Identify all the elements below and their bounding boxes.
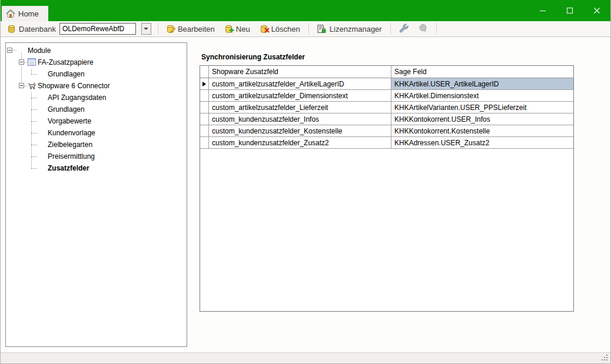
home-icon (6, 9, 15, 18)
toolbar: Datenbank Bearbeiten (1, 21, 610, 37)
tree-item-module[interactable]: Module (6, 45, 187, 56)
datenbank-group: Datenbank (5, 22, 154, 35)
row-selector[interactable] (200, 78, 209, 89)
database-edit-icon (167, 25, 174, 34)
module-tree: Module FA-Zusatzpapiere (6, 43, 187, 346)
toolbar-separator (390, 23, 391, 35)
globe-disabled-icon (419, 24, 428, 35)
shopping-cart-icon (28, 82, 36, 92)
bearbeiten-button[interactable]: Bearbeiten (162, 22, 219, 35)
window-controls (529, 0, 610, 21)
cell-sage[interactable]: KHKKontokorrent.Kostenstelle (391, 125, 573, 136)
tree-item-label: Zielbelegarten (48, 141, 92, 149)
toolbar-separator (158, 23, 158, 35)
table-row: custom_kundenzusatzfelder_Zusatz2 KHKAdr… (200, 137, 573, 149)
tree-item-zielbelegarten[interactable]: Zielbelegarten (6, 139, 187, 151)
neu-button[interactable]: Neu (221, 22, 254, 35)
tab-home[interactable]: Home (2, 6, 48, 21)
cell-shopware[interactable]: custom_kundenzusatzfelder_Kostenstelle (209, 125, 391, 136)
tree-item-label: API Zugangsdaten (48, 93, 106, 102)
cell-shopware[interactable]: custom_artikelzusatzfelder_Dimensionstex… (209, 90, 391, 101)
plus-icon (229, 26, 234, 35)
row-selector[interactable] (200, 113, 209, 125)
app-window: Home Datenbank (0, 0, 611, 364)
tree-item-label: Kundenvorlage (48, 129, 95, 137)
tree-item-grundlagen-shopware[interactable]: Grundlagen (6, 103, 187, 115)
maximize-button[interactable] (556, 0, 583, 21)
database-icon (8, 25, 15, 34)
titlebar[interactable]: Home (1, 0, 610, 21)
lizenzmanager-label: Lizenzmanager (330, 25, 382, 34)
row-selector[interactable] (200, 102, 209, 113)
datenbank-combobox-input[interactable] (59, 23, 136, 35)
minimize-button[interactable] (529, 0, 556, 21)
row-selector[interactable] (200, 90, 209, 101)
wrench-icon (399, 24, 409, 35)
row-selector[interactable] (200, 125, 209, 136)
close-button[interactable] (583, 0, 610, 21)
row-selector[interactable] (200, 137, 209, 148)
toolbar-separator (308, 23, 309, 35)
tree-item-label-selected: Zusatzfelder (48, 164, 89, 172)
database-add-icon (225, 25, 233, 34)
loeschen-button[interactable]: Löschen (256, 22, 304, 35)
table-row: custom_kundenzusatzfelder_Kostenstelle K… (200, 125, 573, 137)
close-icon (593, 7, 600, 14)
neu-label: Neu (236, 25, 250, 34)
tree-item-shopware-6-connector[interactable]: Shopware 6 Connector (6, 80, 187, 92)
tree-item-label: Module (28, 46, 51, 55)
bearbeiten-label: Bearbeiten (178, 25, 215, 34)
cell-sage[interactable]: KHKArtikel.Dimensionstext (391, 90, 573, 101)
table-header-row: Shopware Zusatzfeld Sage Feld (200, 66, 573, 78)
collapse-icon[interactable] (19, 83, 24, 88)
tree-item-kundenvorlage[interactable]: Kundenvorlage (6, 127, 187, 139)
table-row: custom_artikelzusatzfelder_Dimensionstex… (200, 90, 573, 102)
cell-sage[interactable]: KHKAdressen.USER_Zusatz2 (391, 137, 573, 148)
tree-item-label: Grundlagen (48, 70, 85, 78)
lizenzmanager-button[interactable]: Lizenzmanager (313, 22, 386, 35)
tab-home-label: Home (18, 9, 39, 18)
row-selector-header (200, 66, 209, 78)
collapse-icon[interactable] (19, 59, 24, 65)
minimize-icon (539, 7, 546, 14)
tree-item-zusatzfelder[interactable]: Zusatzfelder (6, 162, 187, 174)
cell-shopware[interactable]: custom_artikelzusatzfelder_ArtikelLagerI… (209, 78, 391, 89)
toolbar-separator (436, 23, 437, 35)
tools-button[interactable] (395, 22, 413, 35)
red-x-icon (264, 26, 270, 35)
tree-item-label: FA-Zusatzpapiere (38, 58, 94, 66)
cell-sage[interactable]: KHKArtikelVarianten.USER_PPSLieferzeit (391, 102, 573, 113)
status-bar (1, 352, 610, 363)
current-row-marker-icon (202, 82, 206, 86)
tree-item-label: Grundlagen (48, 105, 85, 113)
datenbank-dropdown-button[interactable] (141, 23, 151, 35)
tree-item-vorgabewerte[interactable]: Vorgabewerte (6, 115, 187, 127)
license-document-lock-icon (317, 25, 326, 34)
tree-item-label: Shopware 6 Connector (38, 82, 110, 90)
zusatzfelder-table: Shopware Zusatzfeld Sage Feld custom_art… (200, 65, 574, 312)
content-area: Module FA-Zusatzpapiere (1, 37, 610, 353)
table-row: custom_kundenzusatzfelder_Infos KHKKonto… (200, 113, 573, 125)
web-button[interactable] (414, 22, 432, 35)
cell-sage[interactable]: KHKKontokorrent.USER_Infos (391, 113, 573, 125)
maximize-icon (566, 7, 573, 14)
tree-item-api-zugangsdaten[interactable]: API Zugangsdaten (6, 92, 187, 103)
resize-grip[interactable] (602, 355, 603, 356)
tree-item-preisermittlung[interactable]: Preisermittlung (6, 151, 187, 162)
pencil-icon (170, 26, 176, 35)
table-row: custom_artikelzusatzfelder_ArtikelLagerI… (200, 78, 573, 90)
tree-item-label: Vorgabewerte (48, 117, 91, 125)
table-row: custom_artikelzusatzfelder_Lieferzeit KH… (200, 102, 573, 113)
cell-shopware[interactable]: custom_kundenzusatzfelder_Zusatz2 (209, 137, 391, 148)
tree-item-label: Preisermittlung (48, 152, 95, 161)
cell-shopware[interactable]: custom_artikelzusatzfelder_Lieferzeit (209, 102, 391, 113)
chevron-down-icon (144, 28, 148, 30)
cell-sage-selected[interactable]: KHKArtikel.USER_ArtikelLagerID (391, 78, 573, 89)
page-title: Synchronisierung Zusatzfelder (201, 53, 305, 61)
tree-item-fa-zusatzpapiere[interactable]: FA-Zusatzpapiere (6, 56, 187, 68)
column-header-sage: Sage Feld (391, 66, 573, 78)
cell-shopware[interactable]: custom_kundenzusatzfelder_Infos (209, 113, 391, 125)
tree-item-grundlagen-fa[interactable]: Grundlagen (6, 68, 187, 80)
module-tree-panel: Module FA-Zusatzpapiere (5, 42, 187, 347)
collapse-icon[interactable] (7, 48, 12, 53)
